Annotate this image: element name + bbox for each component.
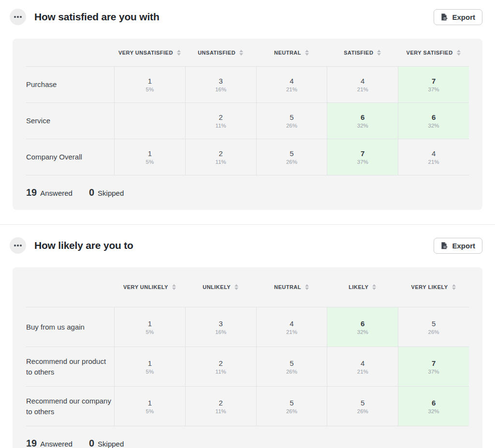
cell-percentage: 26%	[286, 159, 297, 165]
cell-count: 4	[361, 77, 364, 85]
cell-percentage: 37%	[428, 87, 439, 92]
corner-cell	[26, 39, 114, 66]
column-header[interactable]: Neutral	[256, 39, 327, 66]
question-section-likelihood: How likely are you to Export Very Unlike…	[0, 225, 495, 448]
column-header[interactable]: Unlikely	[185, 267, 256, 307]
cell-percentage: 5%	[146, 159, 154, 165]
export-button[interactable]: Export	[434, 238, 482, 254]
row-label: Buy from us again	[26, 307, 114, 347]
cell-count: 3	[219, 319, 223, 328]
file-export-icon	[440, 242, 448, 250]
cell-count: 2	[219, 113, 223, 121]
cell-count: 1	[148, 399, 152, 407]
matrix-cell-highlighted: 737%	[398, 347, 469, 386]
matrix-cell: 15%	[114, 66, 185, 102]
row-label: Service	[26, 102, 114, 139]
column-header[interactable]: Likely	[327, 267, 398, 307]
cell-percentage: 32%	[357, 329, 368, 335]
cell-percentage: 37%	[428, 369, 439, 375]
cell-percentage: 37%	[357, 159, 368, 165]
survey-results-page: How satisfied are you with Export Very U…	[0, 0, 495, 448]
matrix-cell: 526%	[256, 386, 327, 426]
cell-percentage: 21%	[357, 369, 368, 375]
matrix-cell: 421%	[327, 66, 398, 102]
matrix-cell-highlighted: 632%	[327, 307, 398, 347]
column-header-label: Neutral	[274, 50, 301, 56]
ellipsis-icon	[14, 245, 22, 246]
export-button[interactable]: Export	[434, 9, 482, 25]
skipped-label: Skipped	[98, 440, 124, 448]
matrix-cell-highlighted: 632%	[327, 102, 398, 139]
matrix-cell: 15%	[114, 307, 185, 347]
skipped-label: Skipped	[98, 189, 124, 197]
matrix-cell: 421%	[256, 66, 327, 102]
matrix-cell: 15%	[114, 347, 185, 386]
sort-arrows-icon	[234, 284, 238, 290]
column-header[interactable]: Very Unlikely	[114, 267, 185, 307]
corner-cell	[26, 267, 114, 307]
column-header-label: Neutral	[274, 284, 301, 290]
cell-percentage: 26%	[357, 408, 368, 414]
question-menu-button[interactable]	[10, 237, 26, 254]
column-header[interactable]: Satisfied	[327, 39, 398, 66]
matrix-cell: 211%	[185, 139, 256, 175]
column-header-label: Very Unlikely	[123, 284, 168, 290]
matrix-cell	[114, 102, 185, 139]
cell-percentage: 11%	[216, 369, 226, 375]
row-label: Recommend our product to others	[26, 347, 114, 386]
question-section-satisfaction: How satisfied are you with Export Very U…	[0, 0, 495, 210]
cell-percentage: 21%	[286, 87, 297, 92]
cell-percentage: 26%	[286, 369, 297, 375]
matrix-cell: 211%	[185, 347, 256, 386]
matrix-cell: 421%	[327, 347, 398, 386]
cell-count: 1	[148, 359, 152, 367]
sort-arrows-icon	[239, 50, 243, 56]
response-stats: 19 Answered 0 Skipped	[26, 175, 469, 203]
cell-percentage: 16%	[215, 87, 226, 92]
question-title: How satisfied are you with	[34, 11, 434, 23]
cell-count: 4	[290, 319, 293, 328]
cell-count: 1	[148, 149, 152, 158]
cell-count: 6	[361, 319, 364, 328]
cell-count: 5	[361, 399, 364, 407]
skipped-count: 0	[89, 438, 94, 448]
skipped-count: 0	[89, 187, 94, 198]
column-header[interactable]: Very Likely	[398, 267, 469, 307]
cell-count: 2	[219, 359, 223, 367]
matrix-cell: 526%	[398, 307, 469, 347]
column-header-label: Satisfied	[344, 50, 373, 56]
sort-arrows-icon	[305, 50, 309, 56]
column-header-label: Very Unsatisfied	[118, 50, 173, 56]
column-header-label: Unlikely	[203, 284, 231, 290]
cell-percentage: 5%	[146, 87, 154, 92]
column-header[interactable]: Neutral	[256, 267, 327, 307]
matrix-cell: 211%	[185, 102, 256, 139]
matrix-cell: 316%	[185, 66, 256, 102]
cell-percentage: 26%	[286, 408, 297, 414]
cell-percentage: 32%	[428, 408, 439, 414]
file-export-icon	[440, 13, 448, 21]
answered-stat: 19 Answered	[26, 187, 73, 198]
export-button-label: Export	[452, 13, 475, 21]
matrix-cell: 526%	[327, 386, 398, 426]
row-label: Purchase	[26, 66, 114, 102]
matrix-cell: 421%	[398, 139, 469, 175]
sort-arrows-icon	[452, 284, 456, 290]
column-header[interactable]: Unsatisfied	[185, 39, 256, 66]
section-header: How likely are you to Export	[0, 225, 495, 267]
cell-percentage: 21%	[286, 329, 297, 335]
cell-count: 4	[361, 359, 364, 367]
sort-arrows-icon	[177, 50, 181, 56]
answered-stat: 19 Answered	[26, 438, 73, 448]
section-header: How satisfied are you with Export	[0, 0, 495, 39]
column-header-label: Very Likely	[411, 284, 448, 290]
question-menu-button[interactable]	[10, 9, 26, 25]
column-header[interactable]: Very Satisfied	[398, 39, 469, 66]
cell-count: 6	[361, 113, 364, 121]
cell-count: 6	[432, 399, 436, 407]
results-card: Very UnlikelyUnlikelyNeutralLikelyVery L…	[13, 267, 482, 448]
answered-count: 19	[26, 438, 37, 448]
column-header[interactable]: Very Unsatisfied	[114, 39, 185, 66]
cell-count: 5	[290, 149, 293, 158]
sort-arrows-icon	[172, 284, 176, 290]
